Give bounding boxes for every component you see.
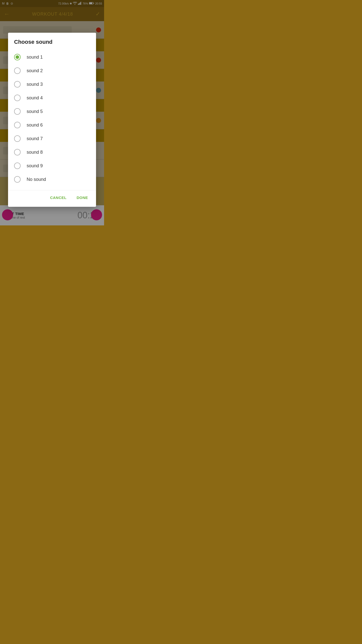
option-sound4[interactable]: sound 4 <box>8 91 96 105</box>
dialog-title: Choose sound <box>8 39 96 50</box>
option-sound9[interactable]: sound 9 <box>8 159 96 173</box>
radio-nosound <box>14 176 21 183</box>
option-sound7[interactable]: sound 7 <box>8 132 96 145</box>
radio-sound6 <box>14 122 21 128</box>
radio-sound5 <box>14 108 21 115</box>
option-sound8[interactable]: sound 8 <box>8 145 96 159</box>
radio-sound2 <box>14 67 21 74</box>
label-sound4: sound 4 <box>27 95 43 101</box>
label-sound7: sound 7 <box>27 136 43 141</box>
option-nosound[interactable]: No sound <box>8 173 96 186</box>
sound-options-list: sound 1 sound 2 sound 3 sound 4 sound 5 … <box>8 50 96 188</box>
radio-sound1 <box>14 54 21 60</box>
radio-sound7 <box>14 135 21 142</box>
cancel-button[interactable]: CANCEL <box>46 192 71 203</box>
label-sound1: sound 1 <box>27 55 43 60</box>
radio-sound8 <box>14 149 21 155</box>
label-nosound: No sound <box>27 177 46 182</box>
option-sound1[interactable]: sound 1 <box>8 50 96 64</box>
label-sound5: sound 5 <box>27 109 43 114</box>
option-sound5[interactable]: sound 5 <box>8 105 96 118</box>
option-sound3[interactable]: sound 3 <box>8 77 96 91</box>
label-sound8: sound 8 <box>27 150 43 155</box>
done-button[interactable]: DONE <box>73 192 92 203</box>
dialog-actions: CANCEL DONE <box>8 190 96 207</box>
label-sound9: sound 9 <box>27 163 43 169</box>
choose-sound-dialog: Choose sound sound 1 sound 2 sound 3 sou… <box>8 33 96 207</box>
radio-sound3 <box>14 81 21 88</box>
option-sound6[interactable]: sound 6 <box>8 118 96 132</box>
radio-sound4 <box>14 95 21 101</box>
label-sound2: sound 2 <box>27 68 43 73</box>
option-sound2[interactable]: sound 2 <box>8 64 96 77</box>
label-sound6: sound 6 <box>27 123 43 128</box>
radio-sound9 <box>14 163 21 169</box>
label-sound3: sound 3 <box>27 82 43 87</box>
